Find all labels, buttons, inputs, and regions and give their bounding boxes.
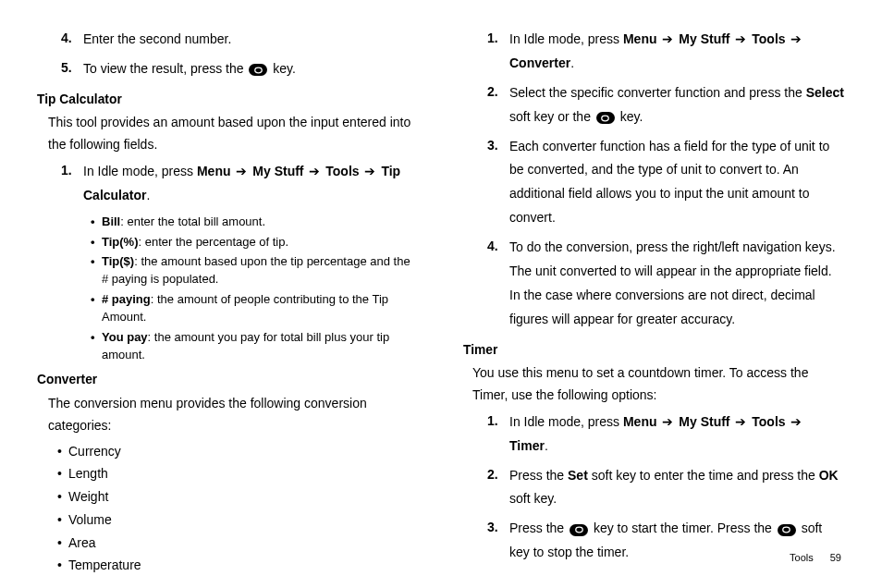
text: .: [570, 55, 574, 70]
text: Press the: [509, 521, 568, 535]
text: Select the specific converter function a…: [509, 85, 806, 100]
text: soft key to enter the time and press the: [588, 468, 819, 483]
text: In Idle mode, press: [509, 31, 623, 46]
step-number: 1.: [487, 28, 509, 76]
text: key to start the timer. Press the: [590, 521, 776, 535]
list-item: 2. Press the Set soft key to enter the t…: [487, 464, 845, 512]
arrow-icon: ➔: [660, 414, 675, 429]
bold-text: Select: [806, 85, 844, 100]
list-item: 1. In Idle mode, press Menu ➔ My Stuff ➔…: [61, 160, 419, 208]
arrow-icon: ➔: [362, 164, 377, 178]
bullet-item: • # paying: the amount of people contrib…: [91, 291, 419, 326]
bullet-dot: •: [91, 214, 102, 231]
ok-key-icon: [570, 524, 588, 536]
list-item: 4. To do the conversion, press the right…: [487, 236, 845, 332]
section-intro: The conversion menu provides the followi…: [48, 393, 419, 437]
footer-section-label: Tools: [790, 552, 814, 563]
bullet-text: Weight: [68, 486, 108, 508]
bullet-text: You pay: the amount you pay for total bi…: [102, 329, 419, 364]
page-footer: Tools59: [790, 552, 841, 563]
arrow-icon: ➔: [789, 31, 803, 46]
arrow-icon: ➔: [733, 414, 748, 429]
step-text: To view the result, press the key.: [83, 57, 419, 81]
arrow-icon: ➔: [733, 31, 748, 46]
section-heading-tip-calculator: Tip Calculator: [37, 87, 419, 111]
section-intro: You use this menu to set a countdown tim…: [472, 362, 845, 407]
list-item: 1. In Idle mode, press Menu ➔ My Stuff ➔…: [487, 410, 845, 459]
section-intro: This tool provides an amount based upon …: [48, 112, 419, 156]
arrow-icon: ➔: [234, 164, 249, 178]
step-text: Enter the second number.: [83, 28, 419, 52]
bullet-text: Tip($): the amount based upon the tip pe…: [102, 253, 419, 288]
text: In Idle mode, press: [83, 164, 197, 178]
section-heading-converter: Converter: [37, 367, 419, 391]
step-text: In Idle mode, press Menu ➔ My Stuff ➔ To…: [509, 28, 845, 76]
step-text: Each converter function has a field for …: [509, 135, 845, 231]
right-column: 1. In Idle mode, press Menu ➔ My Stuff ➔…: [463, 28, 845, 536]
bullet-dot: •: [57, 486, 68, 508]
svg-point-1: [602, 116, 608, 121]
bullet-dot: •: [91, 329, 102, 364]
bullet-item: •Length: [57, 463, 419, 485]
text: soft key.: [509, 491, 557, 506]
step-number: 4.: [487, 236, 509, 332]
left-column: 4. Enter the second number. 5. To view t…: [37, 28, 419, 536]
text: In Idle mode, press: [509, 414, 623, 429]
text: .: [545, 438, 548, 453]
bullet-dot: •: [91, 291, 102, 326]
bullet-dot: •: [91, 234, 102, 251]
list-item: 3. Each converter function has a field f…: [487, 135, 845, 231]
list-item: 5. To view the result, press the key.: [61, 57, 419, 81]
bullet-dot: •: [57, 509, 68, 532]
step-number: 3.: [487, 517, 509, 565]
bold-text: Set: [568, 468, 588, 483]
bullet-text: # paying: the amount of people contribut…: [102, 291, 419, 326]
text: To view the result, press the: [83, 61, 247, 76]
bullet-item: • Tip($): the amount based upon the tip …: [91, 253, 419, 288]
bullet-text: Volume: [68, 509, 112, 532]
bullet-text: Length: [68, 463, 108, 485]
bullet-text: Temperature: [68, 555, 141, 577]
step-number: 1.: [61, 160, 83, 208]
bullet-text: Currency: [68, 441, 121, 463]
arrow-icon: ➔: [660, 31, 675, 46]
step-text: Press the Set soft key to enter the time…: [509, 464, 845, 512]
svg-point-0: [255, 67, 262, 73]
step-text: In Idle mode, press Menu ➔ My Stuff ➔ To…: [509, 410, 845, 459]
page-body: 4. Enter the second number. 5. To view t…: [0, 0, 882, 545]
step-number: 4.: [61, 28, 83, 52]
bullet-dot: •: [91, 253, 102, 288]
bullet-item: • Bill: enter the total bill amount.: [91, 214, 419, 231]
ok-key-icon: [249, 64, 267, 76]
bullet-item: •Volume: [57, 509, 419, 532]
bullet-item: •Area: [57, 533, 419, 555]
bullet-dot: •: [57, 463, 68, 485]
bullet-item: •Weight: [57, 486, 419, 508]
section-heading-timer: Timer: [463, 337, 845, 361]
step-number: 2.: [487, 464, 509, 512]
bullet-text: Bill: enter the total bill amount.: [102, 214, 419, 231]
bullet-item: •Temperature: [57, 555, 419, 577]
arrow-icon: ➔: [789, 414, 803, 429]
page-number: 59: [830, 552, 841, 563]
svg-point-3: [783, 528, 790, 533]
svg-point-2: [575, 528, 582, 533]
text: key.: [617, 109, 643, 124]
text: soft key or the: [509, 109, 594, 124]
step-number: 3.: [487, 135, 509, 231]
bullet-item: •Currency: [57, 441, 419, 463]
list-item: 2. Select the specific converter functio…: [487, 81, 845, 129]
arrow-icon: ➔: [307, 164, 322, 178]
list-item: 4. Enter the second number.: [61, 28, 419, 52]
bullet-item: • Tip(%): enter the percentage of tip.: [91, 234, 419, 251]
step-number: 2.: [487, 81, 509, 129]
step-text: In Idle mode, press Menu ➔ My Stuff ➔ To…: [83, 160, 419, 208]
bold-text: OK: [819, 468, 839, 483]
bullet-text: Area: [68, 533, 96, 555]
step-text: To do the conversion, press the right/le…: [509, 236, 845, 332]
text: key.: [269, 61, 296, 76]
ok-key-icon: [596, 112, 615, 124]
bullet-dot: •: [57, 441, 68, 463]
step-number: 1.: [487, 410, 509, 459]
text: Press the: [509, 468, 568, 483]
